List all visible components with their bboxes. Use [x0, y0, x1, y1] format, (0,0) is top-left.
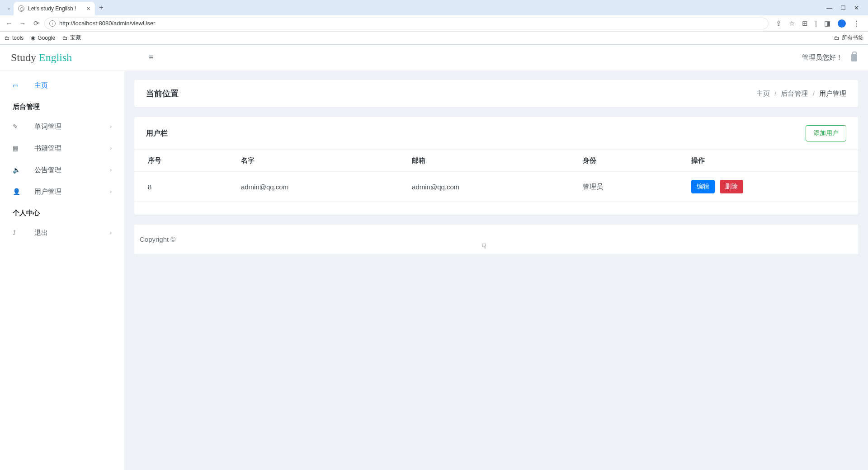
folder-icon: 🗀 [62, 35, 68, 41]
app-header: Study English ≡ 管理员您好！ [0, 45, 868, 71]
tab-search-chevron[interactable]: ⌄ [4, 5, 14, 11]
main-content: 当前位置 主页 / 后台管理 / 用户管理 用户栏 添加用户 序 [124, 71, 868, 470]
sidebar-section-admin: 后台管理 [0, 96, 124, 116]
breadcrumb: 主页 / 后台管理 / 用户管理 [756, 89, 846, 98]
extension-icon[interactable]: ⊞ [802, 19, 808, 28]
toolbar-icons: ⇪ ☆ ⊞ | ◨ ⋮ [771, 19, 864, 28]
folder-icon: 🗀 [834, 35, 840, 41]
col-role: 身份 [569, 150, 678, 172]
cell-action: 编辑 删除 [678, 172, 858, 202]
sidebar-section-personal: 个人中心 [0, 202, 124, 222]
chevron-right-icon: › [110, 188, 112, 195]
tab-title: Let's study English ! [28, 5, 83, 12]
edit-icon: ✎ [13, 123, 25, 130]
bookmark-tools[interactable]: 🗀tools [5, 35, 24, 41]
user-icon: 👤 [13, 188, 25, 195]
user-panel: 用户栏 添加用户 序号 名字 邮箱 身份 操作 [134, 117, 858, 215]
crumb-current: 用户管理 [819, 89, 846, 97]
laptop-icon: ▭ [13, 82, 25, 89]
book-icon: ▤ [13, 145, 25, 152]
logo[interactable]: Study English [11, 52, 72, 64]
panel-header: 用户栏 添加用户 [134, 117, 858, 150]
lock-icon[interactable] [851, 54, 857, 61]
crumb-admin[interactable]: 后台管理 [781, 89, 808, 97]
speaker-icon: 🔈 [13, 166, 25, 174]
chevron-right-icon: › [110, 167, 112, 173]
browser-chrome: ⌄ Let's study English ! × + — ☐ ✕ ← → ⟳ … [0, 0, 868, 45]
url-input[interactable]: i http://localhost:8080/admin/viewUser [44, 18, 769, 29]
maximize-icon[interactable]: ☐ [840, 5, 846, 11]
breadcrumb-card: 当前位置 主页 / 后台管理 / 用户管理 [134, 80, 858, 107]
share-icon[interactable]: ⇪ [776, 19, 782, 28]
star-icon[interactable]: ☆ [789, 19, 795, 28]
add-user-button[interactable]: 添加用户 [806, 125, 846, 141]
minimize-icon[interactable]: — [826, 5, 832, 11]
chevron-right-icon: › [110, 145, 112, 151]
bookmark-treasure[interactable]: 🗀宝藏 [62, 34, 81, 42]
breadcrumb-title: 当前位置 [146, 88, 179, 99]
tab-bar: ⌄ Let's study English ! × + — ☐ ✕ [0, 0, 868, 15]
col-seq: 序号 [134, 150, 227, 172]
footer: Copyright © [134, 225, 858, 254]
sidebar-item-users[interactable]: 👤 用户管理 › [0, 181, 124, 202]
reload-icon[interactable]: ⟳ [31, 19, 42, 28]
cell-name: admin@qq.com [227, 172, 398, 202]
globe-icon [18, 5, 24, 12]
sidepanel-icon[interactable]: ◨ [824, 19, 830, 28]
site-info-icon[interactable]: i [49, 20, 56, 27]
folder-icon: 🗀 [5, 35, 10, 41]
edit-button[interactable]: 编辑 [691, 180, 715, 193]
sidebar-item-logout[interactable]: ⤴ 退出 › [0, 222, 124, 244]
table-row: 8 admin@qq.com admin@qq.com 管理员 编辑 删除 [134, 172, 858, 202]
table-header-row: 序号 名字 邮箱 身份 操作 [134, 150, 858, 172]
close-icon[interactable]: × [87, 5, 90, 12]
close-window-icon[interactable]: ✕ [854, 5, 859, 11]
back-icon[interactable]: ← [4, 19, 14, 27]
forward-icon[interactable]: → [17, 19, 28, 27]
hamburger-icon[interactable]: ≡ [149, 53, 154, 62]
address-bar: ← → ⟳ i http://localhost:8080/admin/view… [0, 15, 868, 32]
user-table: 序号 名字 邮箱 身份 操作 8 admin@qq.com admin@qq.c… [134, 150, 858, 202]
chevron-right-icon: › [110, 123, 112, 130]
col-email: 邮箱 [398, 150, 569, 172]
url-text: http://localhost:8080/admin/viewUser [59, 20, 155, 27]
window-controls: — ☐ ✕ [826, 5, 864, 11]
chevron-right-icon: › [110, 230, 112, 236]
profile-icon[interactable] [838, 19, 846, 28]
cell-seq: 8 [134, 172, 227, 202]
col-name: 名字 [227, 150, 398, 172]
app-body: ▭ 主页 后台管理 ✎ 单词管理 › ▤ 书籍管理 › 🔈 公告管理 › 👤 用 [0, 71, 868, 470]
panel-title: 用户栏 [146, 129, 168, 138]
sidebar-item-notice[interactable]: 🔈 公告管理 › [0, 159, 124, 181]
sidebar-item-home[interactable]: ▭ 主页 [0, 75, 124, 96]
bookmark-google[interactable]: ◉Google [31, 35, 55, 41]
greeting: 管理员您好！ [802, 53, 843, 62]
logout-icon: ⤴ [13, 229, 25, 236]
bookmarks-bar: 🗀tools ◉Google 🗀宝藏 🗀所有书签 [0, 32, 868, 44]
delete-button[interactable]: 删除 [720, 180, 743, 193]
globe-icon: ◉ [31, 35, 35, 41]
app: Study English ≡ 管理员您好！ ▭ 主页 后台管理 ✎ 单词管理 … [0, 45, 868, 470]
sidebar-item-books[interactable]: ▤ 书籍管理 › [0, 137, 124, 159]
sidebar-item-words[interactable]: ✎ 单词管理 › [0, 116, 124, 137]
panel-footer-pad [134, 202, 858, 215]
browser-tab[interactable]: Let's study English ! × [14, 2, 95, 15]
sidebar: ▭ 主页 后台管理 ✎ 单词管理 › ▤ 书籍管理 › 🔈 公告管理 › 👤 用 [0, 71, 124, 470]
menu-icon[interactable]: ⋮ [853, 19, 860, 28]
col-action: 操作 [678, 150, 858, 172]
header-right: 管理员您好！ [802, 53, 857, 62]
crumb-home[interactable]: 主页 [756, 89, 770, 97]
cell-email: admin@qq.com [398, 172, 569, 202]
cell-role: 管理员 [569, 172, 678, 202]
all-bookmarks[interactable]: 🗀所有书签 [834, 34, 863, 42]
divider: | [815, 19, 817, 27]
new-tab-button[interactable]: + [95, 4, 108, 12]
